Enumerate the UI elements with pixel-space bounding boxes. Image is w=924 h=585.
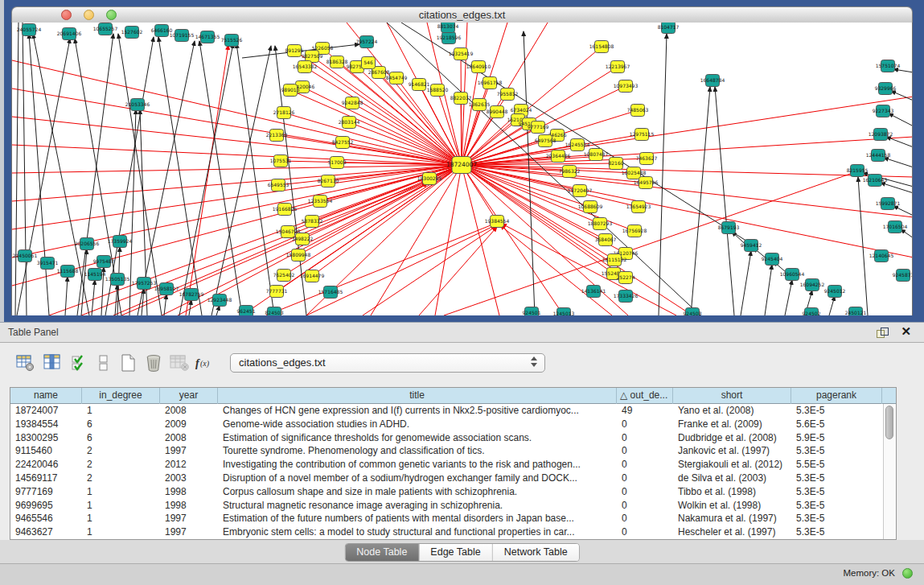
column-header-pagerank[interactable]: pagerank: [791, 388, 882, 404]
network-node-label: 517003: [328, 159, 347, 165]
table-scrollbar-thumb[interactable]: [885, 406, 893, 439]
network-node-label: 12353554: [308, 198, 333, 204]
network-node-label: 3684067: [595, 237, 617, 242]
network-node-label: 19384554: [485, 218, 510, 224]
network-node-label: 824503: [265, 310, 284, 315]
network-node-label: 13505135: [105, 276, 130, 282]
network-window-titlebar[interactable]: citations_edges.txt: [11, 6, 913, 24]
table-tab-bar: Node TableEdge TableNetwork Table: [0, 540, 924, 563]
tab-node-table[interactable]: Node Table: [345, 544, 419, 561]
show-columns-icon[interactable]: [40, 351, 64, 375]
network-node-label: 7625402: [273, 272, 295, 278]
function-builder-icon[interactable]: f(x): [193, 351, 217, 375]
network-graph[interactable]: 2405572420691406106552571527602646616010…: [12, 23, 912, 315]
network-window: citations_edges.txt 24055724206914061065…: [11, 6, 913, 315]
network-edge: [29, 34, 49, 315]
table-cell: 1: [82, 512, 160, 525]
network-edge: [715, 87, 734, 315]
network-edge: [12, 117, 462, 165]
network-node-label: 20691406: [57, 31, 82, 36]
column-header-in_degree[interactable]: in_degree: [82, 388, 160, 404]
network-node-label: 6497568: [535, 138, 556, 143]
table-scrollbar[interactable]: [883, 404, 896, 539]
table-cell: 9699695: [10, 499, 82, 513]
network-node-label: 10688609: [578, 204, 603, 209]
table-row[interactable]: 1830029562008Estimation of significance …: [10, 431, 884, 445]
network-edge: [886, 137, 912, 147]
network-node-label: 12140645: [869, 253, 894, 258]
table-cell: 18724007: [10, 404, 82, 418]
close-panel-icon[interactable]: ✕: [901, 324, 911, 339]
network-node-label: 8454749: [386, 75, 408, 80]
table-row[interactable]: 1938455462009Genome-wide association stu…: [10, 418, 884, 431]
network-node-label: 7955812: [497, 91, 519, 97]
network-node-label: 6549553: [268, 182, 290, 187]
table-row[interactable]: 1456911722003Disruption of a novel membe…: [10, 472, 884, 485]
table-cell: 0: [617, 512, 673, 525]
table-cell: de Silva et al. (2003): [673, 472, 791, 485]
rows-icon[interactable]: [92, 351, 116, 375]
table-row[interactable]: 911546021997Tourette syndrome. Phenomeno…: [10, 444, 884, 458]
table-cell: Franke et al. (2009): [673, 418, 791, 431]
network-node-label: 2213363: [266, 132, 288, 138]
tab-edge-table[interactable]: Edge Table: [419, 544, 492, 561]
network-node-label: 19166825: [273, 206, 298, 212]
network-window-title: citations_edges.txt: [12, 7, 912, 23]
table-row[interactable]: 946362711997Embryonic stem cells: a mode…: [10, 525, 884, 539]
network-node-label: 10655257: [93, 26, 118, 31]
table-cell: 1: [82, 485, 160, 499]
network-canvas[interactable]: 2405572420691406106552571527602646616010…: [11, 23, 913, 315]
network-node-label: 16495796: [634, 179, 659, 185]
column-header-out_de[interactable]: △ out_de...: [617, 388, 673, 404]
network-node-label: 7515526: [221, 37, 243, 43]
tab-network-table[interactable]: Network Table: [493, 544, 579, 561]
column-header-title[interactable]: title: [218, 388, 617, 404]
table-toolbar: f(x) citations_edges.txt: [0, 343, 924, 385]
network-edge: [158, 37, 202, 315]
table-cell: 5.3E-5: [791, 499, 882, 513]
network-node-label: 14136141: [581, 288, 606, 294]
table-header-row: namein_degreeyeartitle△ out_de...shortpa…: [10, 388, 896, 404]
table-row[interactable]: 2242004622012Investigating the contribut…: [10, 458, 884, 472]
table-cell: 9115460: [10, 444, 82, 458]
network-node-label: 12093872: [869, 131, 893, 137]
network-node-label: 5226058: [312, 45, 334, 51]
column-header-name[interactable]: name: [10, 388, 82, 404]
network-edge: [419, 227, 497, 315]
select-rows-checks-icon[interactable]: [68, 351, 92, 375]
table-row[interactable]: 969969511998Structural magnetic resonanc…: [10, 499, 884, 513]
column-header-year[interactable]: year: [160, 388, 218, 404]
table-row[interactable]: 977716911998Corpus callosum shape and si…: [10, 485, 884, 499]
table-cell: Hescheler et al. (1997): [673, 525, 791, 539]
network-node-label: 16782759: [179, 291, 204, 297]
network-node-label: 19218596: [437, 35, 462, 40]
table-cell: 1: [82, 404, 160, 418]
network-edge: [12, 145, 462, 165]
table-settings-icon[interactable]: [13, 351, 37, 375]
float-panel-icon[interactable]: [877, 328, 889, 338]
table-cell: 2012: [160, 458, 218, 472]
table-cell: Disruption of a novel member of a sodium…: [218, 472, 617, 485]
table-selector-dropdown[interactable]: citations_edges.txt: [230, 353, 545, 373]
table-cell: 49: [617, 404, 673, 418]
network-node-label: 2718126: [273, 109, 295, 115]
combo-arrows-icon: [531, 356, 539, 369]
table-row[interactable]: 946554611997Estimation of the future num…: [10, 512, 884, 525]
network-node-label: 7485063: [627, 107, 649, 113]
network-node-label: 1075531: [270, 158, 292, 163]
table-cell: 1998: [160, 485, 218, 499]
table-cell: 9465546: [10, 512, 82, 525]
delete-rows-trash-icon[interactable]: [142, 351, 166, 375]
network-node-label: 20364486: [546, 153, 571, 159]
network-node-label: 5878332: [302, 218, 323, 224]
new-table-icon[interactable]: [116, 351, 140, 375]
table-cell: 2003: [160, 472, 218, 485]
table-cell: 2009: [160, 418, 218, 431]
table-cell: 6: [82, 418, 160, 431]
table-row[interactable]: 1872400712008Changes of HCN gene express…: [10, 404, 884, 418]
network-node-label: 9459412: [741, 242, 762, 248]
network-node-label: 7986322: [559, 168, 581, 174]
network-node-label: 10973493: [614, 83, 639, 89]
column-header-short[interactable]: short: [673, 388, 791, 404]
table-cell: 0: [617, 485, 673, 499]
